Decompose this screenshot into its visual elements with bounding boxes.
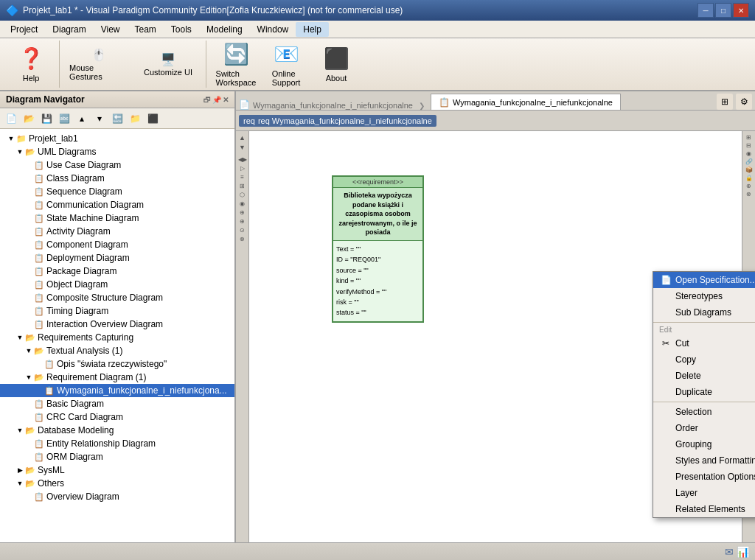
tree-item-object[interactable]: ▶ 📋 Object Diagram — [0, 278, 234, 291]
canvas-tab-main[interactable]: 📋 Wymagania_funkcjonalne_i_niefunkcjonal… — [431, 94, 621, 110]
nav-btn4[interactable]: ▴ — [74, 111, 90, 127]
canvas-viewport[interactable]: ▲ ▼ ◀▶ ▷ ≡ ⊞ ⬡ ◉ ⊕ ⊕ ⊙ ⊗ <<requirement>>… — [236, 131, 755, 542]
expand-projekt[interactable]: ▼ — [6, 135, 16, 142]
expand-uml[interactable]: ▼ — [15, 148, 25, 155]
tree-item-sequence[interactable]: ▶ 📋 Sequence Diagram — [0, 185, 234, 198]
tree-item-activity[interactable]: ▶ 📋 Activity Diagram — [0, 225, 234, 238]
ctx-related[interactable]: Related Elements ▶ — [653, 501, 755, 517]
menu-tools[interactable]: Tools — [164, 22, 199, 37]
tree-item-class[interactable]: ▶ 📋 Class Diagram — [0, 172, 234, 185]
tree-item-interaction[interactable]: ▶ 📋 Interaction Overview Diagram — [0, 318, 234, 331]
nav-pin-btn[interactable]: 📌 — [212, 96, 221, 104]
tree-item-statemachine[interactable]: ▶ 📋 State Machine Diagram — [0, 211, 234, 225]
side-tool-arrow2[interactable]: ▼ — [239, 144, 246, 151]
tree-item-opis[interactable]: ▶ 📋 Opis "świata rzeczywistego" — [0, 357, 234, 371]
tree-item-orm[interactable]: ▶ 📋 ORM Diagram — [0, 450, 234, 463]
rside-icon3[interactable]: ◉ — [746, 150, 751, 157]
diagram-node[interactable]: <<requirement>> Biblioteka wypożycza pod… — [332, 175, 424, 323]
expand-reqdiag[interactable]: ▼ — [24, 374, 34, 381]
side-icon10[interactable]: ⊗ — [240, 236, 245, 242]
ctx-layer[interactable]: Layer ▶ — [653, 485, 755, 501]
mouse-gestures-button[interactable]: 🖱️ Mouse Gestures — [66, 44, 132, 84]
tree-item-wymagania[interactable]: ▶ 📋 Wymagania_funkcjonalne_i_niefunkcjon… — [0, 384, 234, 397]
tree-item-reqdiag[interactable]: ▼ 📂 Requirement Diagram (1) — [0, 371, 234, 384]
expand-database[interactable]: ▼ — [15, 427, 25, 434]
ctx-styles[interactable]: Styles and Formatting ▶ — [653, 452, 755, 469]
side-icon7[interactable]: ⊕ — [240, 209, 245, 216]
ctx-presentation[interactable]: Presentation Options ▶ — [653, 469, 755, 485]
tree-item-uml[interactable]: ▼ 📂 UML Diagrams — [0, 145, 234, 158]
menu-modeling[interactable]: Modeling — [199, 22, 250, 37]
menu-diagram[interactable]: Diagram — [45, 22, 93, 37]
ctx-delete[interactable]: Delete ▶ — [653, 368, 755, 384]
help-button[interactable]: ❓ Help — [7, 43, 55, 85]
ctx-grouping[interactable]: Grouping ▶ — [653, 436, 755, 452]
settings-status-icon[interactable]: 📊 — [737, 546, 749, 558]
tree-item-requirements[interactable]: ▼ 📂 Requirements Capturing — [0, 331, 234, 344]
rside-icon2[interactable]: ⊟ — [746, 142, 751, 149]
nav-new-btn[interactable]: 📄 — [3, 111, 19, 127]
canvas-config-btn[interactable]: ⚙ — [736, 94, 752, 110]
side-icon8[interactable]: ⊕ — [240, 218, 245, 225]
side-tool-arrow[interactable]: ▲ — [239, 134, 246, 141]
close-button[interactable]: ✕ — [733, 3, 749, 18]
tree-item-others[interactable]: ▼ 📂 Others — [0, 477, 234, 490]
expand-requirements[interactable]: ▼ — [15, 334, 25, 341]
nav-folder-btn[interactable]: 📁 — [127, 111, 143, 127]
ctx-sub-diagrams[interactable]: Sub Diagrams ▶ — [653, 304, 755, 321]
nav-btn7[interactable]: ⬛ — [145, 111, 161, 127]
tree-item-projekt[interactable]: ▼ 📁 Projekt_lab1 — [0, 132, 234, 145]
rside-icon1[interactable]: ⊞ — [746, 134, 751, 141]
side-icon5[interactable]: ⬡ — [240, 192, 245, 198]
menu-window[interactable]: Window — [250, 22, 296, 37]
side-icon6[interactable]: ◉ — [240, 200, 245, 207]
rside-icon6[interactable]: 🔒 — [745, 175, 753, 181]
nav-btn3[interactable]: 💾 — [38, 111, 55, 127]
tree-item-component[interactable]: ▶ 📋 Component Diagram — [0, 238, 234, 251]
side-icon1[interactable]: ◀▶ — [238, 156, 247, 163]
menu-project[interactable]: Project — [3, 22, 45, 37]
ctx-stereotypes[interactable]: Stereotypes ▶ — [653, 288, 755, 304]
nav-btn6[interactable]: 🔙 — [109, 111, 125, 127]
tree-item-communication[interactable]: ▶ 📋 Communication Diagram — [0, 198, 234, 211]
canvas-split-btn[interactable]: ⊞ — [717, 94, 733, 110]
tree-item-composite[interactable]: ▶ 📋 Composite Structure Diagram — [0, 291, 234, 304]
ctx-cut[interactable]: ✂ Cut — [653, 335, 755, 351]
nav-btn5[interactable]: ▾ — [91, 111, 108, 127]
side-icon3[interactable]: ≡ — [240, 174, 244, 181]
side-icon2[interactable]: ▷ — [240, 165, 245, 172]
mail-icon[interactable]: ✉ — [725, 546, 734, 558]
side-icon4[interactable]: ⊞ — [240, 183, 245, 189]
customize-ui-button[interactable]: 🖥️ Customize UI — [135, 44, 201, 84]
tree-item-basic[interactable]: ▶ 📋 Basic Diagram — [0, 397, 234, 410]
nav-btn2[interactable]: 📂 — [21, 111, 37, 127]
nav-restore-btn[interactable]: 🗗 — [203, 96, 211, 104]
tree-item-deployment[interactable]: ▶ 📋 Deployment Diagram — [0, 251, 234, 265]
ctx-copy[interactable]: Copy ▶ — [653, 351, 755, 368]
about-button[interactable]: ⬛ About — [313, 43, 360, 85]
tree-item-erd[interactable]: ▶ 📋 Entity Relationship Diagram — [0, 437, 234, 450]
switch-workspace-button[interactable]: 🔄 SwitchWorkspace — [212, 43, 260, 85]
menu-team[interactable]: Team — [128, 22, 164, 37]
expand-textual[interactable]: ▼ — [24, 347, 34, 354]
tree-item-package[interactable]: ▶ 📋 Package Diagram — [0, 265, 234, 278]
tree-item-usecase[interactable]: ▶ 📋 Use Case Diagram — [0, 158, 234, 172]
ctx-open-spec[interactable]: 📄 Open Specification... Enter — [653, 272, 755, 288]
tree-item-database[interactable]: ▼ 📂 Database Modeling — [0, 424, 234, 437]
rside-icon7[interactable]: ⊕ — [746, 183, 751, 189]
nav-sort-btn[interactable]: 🔤 — [56, 111, 72, 127]
ctx-duplicate[interactable]: Duplicate Ctrl+E — [653, 384, 755, 400]
ctx-selection[interactable]: Selection ▶ — [653, 404, 755, 420]
tree-item-sysml[interactable]: ▶ 📂 SysML — [0, 463, 234, 477]
minimize-button[interactable]: ─ — [697, 3, 714, 18]
tree-item-timing[interactable]: ▶ 📋 Timing Diagram — [0, 304, 234, 318]
tree-item-textual[interactable]: ▼ 📂 Textual Analysis (1) — [0, 344, 234, 357]
tree-item-crc[interactable]: ▶ 📋 CRC Card Diagram — [0, 410, 234, 424]
menu-view[interactable]: View — [94, 22, 128, 37]
rside-icon8[interactable]: ⊗ — [746, 191, 751, 197]
expand-others[interactable]: ▼ — [15, 480, 25, 487]
online-support-button[interactable]: 📧 OnlineSupport — [262, 43, 310, 85]
expand-sysml[interactable]: ▶ — [15, 466, 25, 474]
rside-icon4[interactable]: 🔗 — [745, 158, 753, 165]
tree-item-overview[interactable]: ▶ 📋 Overview Diagram — [0, 490, 234, 503]
